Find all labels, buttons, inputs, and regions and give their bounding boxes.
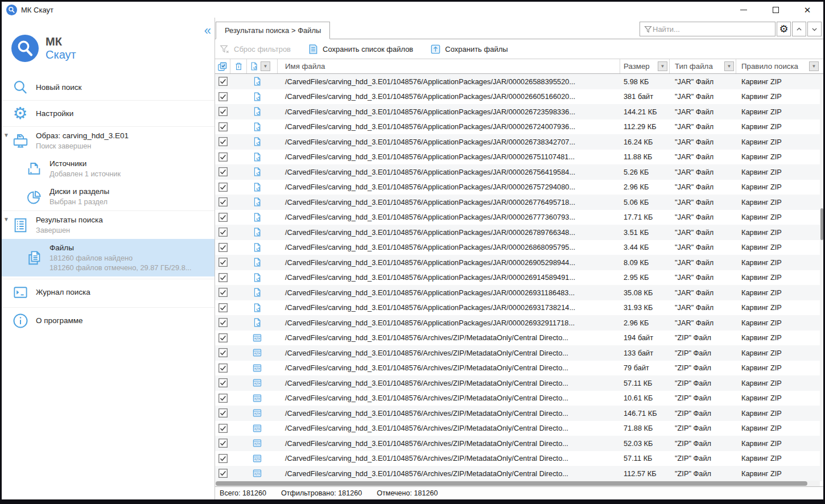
row-checkbox[interactable] bbox=[218, 183, 228, 192]
tab-search-results-files[interactable]: Результаты поиска > Файлы bbox=[216, 22, 330, 39]
table-row[interactable]: </> /CarvedFiles/carving_hdd_3.E01/10485… bbox=[215, 315, 823, 331]
row-checkbox[interactable] bbox=[218, 107, 228, 116]
row-checkbox[interactable] bbox=[218, 243, 228, 252]
row-checkbox[interactable] bbox=[218, 273, 228, 282]
row-checkbox[interactable] bbox=[218, 303, 228, 312]
sidebar-item-journal[interactable]: Журнал поиска bbox=[2, 279, 214, 305]
sidebar-item-results[interactable]: ▼ Результаты поиска Завершен bbox=[2, 210, 214, 239]
table-row[interactable]: </> /CarvedFiles/carving_hdd_3.E01/10485… bbox=[215, 270, 823, 286]
table-row[interactable]: </> /CarvedFiles/carving_hdd_3.E01/10485… bbox=[215, 134, 823, 150]
table-row[interactable]: </> /CarvedFiles/carving_hdd_3.E01/10485… bbox=[215, 119, 823, 135]
check-all-header[interactable] bbox=[215, 59, 230, 73]
column-header-size[interactable]: Размер ▼ bbox=[620, 59, 670, 73]
table-row[interactable]: </> /CarvedFiles/carving_hdd_3.E01/10485… bbox=[215, 285, 823, 300]
save-files-button[interactable]: Сохранить файлы bbox=[430, 44, 508, 55]
table-row[interactable]: </> /CarvedFiles/carving_hdd_3.E01/10485… bbox=[215, 391, 823, 406]
table-row[interactable]: </> /CarvedFiles/carving_hdd_3.E01/10485… bbox=[215, 240, 823, 255]
table-row[interactable]: </> /CarvedFiles/carving_hdd_3.E01/10485… bbox=[215, 345, 823, 361]
table-row[interactable]: </> /CarvedFiles/carving_hdd_3.E01/10485… bbox=[215, 451, 823, 466]
row-checkbox[interactable] bbox=[218, 258, 228, 267]
row-checkbox[interactable] bbox=[218, 167, 228, 176]
row-checkbox[interactable] bbox=[218, 228, 228, 237]
status-bar: Всего: 181260 Отфильтровано: 181260 Отме… bbox=[215, 486, 823, 499]
find-previous-button[interactable] bbox=[792, 22, 806, 36]
table-row[interactable]: </> /CarvedFiles/carving_hdd_3.E01/10485… bbox=[215, 466, 823, 481]
minimize-button[interactable] bbox=[728, 2, 760, 18]
row-checkbox[interactable] bbox=[218, 318, 228, 327]
horizontal-scrollbar-thumb[interactable] bbox=[216, 481, 807, 486]
table-row[interactable]: </> /CarvedFiles/carving_hdd_3.E01/10485… bbox=[215, 89, 823, 105]
row-checkbox[interactable] bbox=[218, 213, 228, 222]
sidebar-item-label: Файлы bbox=[50, 243, 191, 253]
table-row[interactable]: </> /CarvedFiles/carving_hdd_3.E01/10485… bbox=[215, 375, 823, 391]
sidebar-collapse-button[interactable]: « bbox=[204, 24, 211, 37]
sidebar-item-new-search[interactable]: Новый поиск bbox=[2, 75, 214, 100]
row-checkbox[interactable] bbox=[218, 137, 228, 146]
sidebar-item-image[interactable]: ▼ Образ: carving_hdd_3.E01 Поиск заверше… bbox=[2, 126, 214, 155]
vertical-scrollbar[interactable] bbox=[820, 74, 823, 481]
column-header-rule[interactable]: Правило поиска ▼ bbox=[736, 59, 823, 73]
row-checkbox[interactable] bbox=[218, 333, 228, 342]
table-row[interactable]: </> /CarvedFiles/carving_hdd_3.E01/10485… bbox=[215, 255, 823, 270]
row-checkbox[interactable] bbox=[218, 77, 228, 86]
table-row[interactable]: </> /CarvedFiles/carving_hdd_3.E01/10485… bbox=[215, 421, 823, 436]
table-row[interactable]: </> /CarvedFiles/carving_hdd_3.E01/10485… bbox=[215, 331, 823, 346]
sidebar-item-about[interactable]: О программе bbox=[2, 307, 214, 333]
carved-file-icon bbox=[249, 61, 259, 71]
expander-icon[interactable]: ▼ bbox=[3, 216, 9, 222]
row-checkbox[interactable] bbox=[218, 424, 228, 433]
sidebar-item-disks[interactable]: Диски и разделы Выбран 1 раздел bbox=[2, 183, 214, 210]
search-settings-button[interactable]: ⚙ bbox=[777, 22, 791, 36]
svg-text:</>: </> bbox=[254, 352, 261, 356]
find-next-button[interactable] bbox=[807, 22, 822, 36]
remove-checked-header[interactable] bbox=[230, 59, 247, 73]
file-path: /CarvedFiles/carving_hdd_3.E01/1048576/A… bbox=[278, 394, 620, 402]
table-row[interactable]: </> /CarvedFiles/carving_hdd_3.E01/10485… bbox=[215, 210, 823, 225]
find-input[interactable] bbox=[653, 25, 773, 34]
row-checkbox[interactable] bbox=[218, 408, 228, 418]
column-header-type[interactable]: Тип файла ▼ bbox=[670, 59, 736, 73]
row-checkbox[interactable] bbox=[218, 152, 228, 162]
table-row[interactable]: </> /CarvedFiles/carving_hdd_3.E01/10485… bbox=[215, 164, 823, 180]
close-button[interactable]: ✕ bbox=[791, 2, 823, 18]
sidebar-item-files[interactable]: Файлы 181260 файлов найдено 181260 файло… bbox=[2, 239, 214, 276]
row-checkbox[interactable] bbox=[218, 469, 228, 478]
expander-icon[interactable]: ▼ bbox=[3, 132, 9, 138]
row-checkbox[interactable] bbox=[218, 92, 228, 101]
row-checkbox[interactable] bbox=[218, 122, 228, 131]
file-size: 2.96 КБ bbox=[620, 183, 670, 191]
jar-file-icon bbox=[252, 242, 262, 253]
table-row[interactable]: </> /CarvedFiles/carving_hdd_3.E01/10485… bbox=[215, 225, 823, 240]
size-filter-button[interactable]: ▼ bbox=[658, 61, 667, 71]
row-checkbox[interactable] bbox=[218, 197, 228, 206]
sidebar-item-settings[interactable]: ⚙ Настройки bbox=[2, 100, 214, 126]
table-row[interactable]: </> /CarvedFiles/carving_hdd_3.E01/10485… bbox=[215, 406, 823, 421]
row-checkbox[interactable] bbox=[218, 348, 228, 357]
maximize-button[interactable] bbox=[760, 2, 791, 18]
row-checkbox[interactable] bbox=[218, 288, 228, 297]
table-row[interactable]: </> /CarvedFiles/carving_hdd_3.E01/10485… bbox=[215, 436, 823, 451]
save-file-list-button[interactable]: Сохранить список файлов bbox=[308, 44, 413, 55]
file-size: 10.61 КБ bbox=[620, 394, 670, 402]
vertical-scrollbar-thumb[interactable] bbox=[820, 208, 823, 240]
table-row[interactable]: </> /CarvedFiles/carving_hdd_3.E01/10485… bbox=[215, 361, 823, 376]
table-row[interactable]: </> /CarvedFiles/carving_hdd_3.E01/10485… bbox=[215, 180, 823, 195]
rule-filter-button[interactable]: ▼ bbox=[809, 61, 819, 71]
table-row[interactable]: </> /CarvedFiles/carving_hdd_3.E01/10485… bbox=[215, 300, 823, 316]
file-type-filter-header[interactable]: ▼ bbox=[247, 59, 278, 73]
table-row[interactable]: </> /CarvedFiles/carving_hdd_3.E01/10485… bbox=[215, 150, 823, 165]
reset-filters-button[interactable]: Сброс фильтров bbox=[219, 44, 291, 55]
sidebar-item-sources[interactable]: Источники Добавлен 1 источник bbox=[2, 155, 214, 183]
column-header-name[interactable]: Имя файла bbox=[278, 59, 620, 73]
row-checkbox[interactable] bbox=[218, 394, 228, 403]
type-filter-button[interactable]: ▼ bbox=[724, 61, 734, 71]
file-type-dropdown-button[interactable]: ▼ bbox=[261, 61, 270, 71]
table-row[interactable]: </> /CarvedFiles/carving_hdd_3.E01/10485… bbox=[215, 104, 823, 119]
row-checkbox[interactable] bbox=[218, 363, 228, 373]
horizontal-scrollbar[interactable] bbox=[215, 481, 820, 486]
table-row[interactable]: </> /CarvedFiles/carving_hdd_3.E01/10485… bbox=[215, 74, 823, 89]
row-checkbox[interactable] bbox=[218, 378, 228, 387]
table-row[interactable]: </> /CarvedFiles/carving_hdd_3.E01/10485… bbox=[215, 195, 823, 210]
row-checkbox[interactable] bbox=[218, 454, 228, 463]
row-checkbox[interactable] bbox=[218, 439, 228, 448]
